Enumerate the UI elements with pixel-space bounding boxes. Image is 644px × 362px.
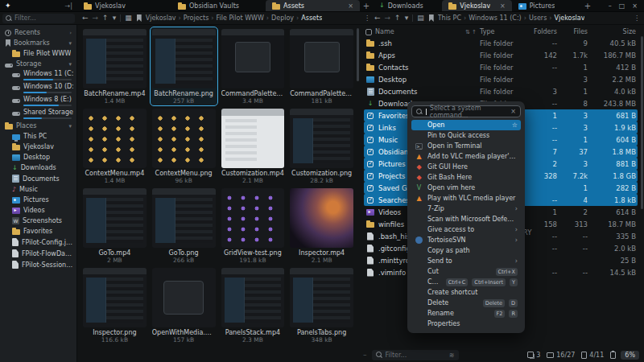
sidebar-item-documents[interactable]: Documents — [0, 173, 76, 184]
zoom-level-badge[interactable]: 6% — [621, 351, 639, 360]
sidebar-section-bookmarks[interactable]: Bookmarks▾ — [0, 38, 76, 48]
menu-item-copy-as-path[interactable]: Copy as path — [411, 245, 521, 256]
checked-checkbox[interactable] — [367, 149, 374, 155]
column-header-type[interactable]: Type — [480, 28, 526, 35]
menu-item-open-in-terminal[interactable]: >_Open in Terminal — [411, 141, 521, 151]
menu-item-pin-to-quick-access[interactable]: Pin to Quick access — [411, 130, 521, 141]
grid-item-contextmenu-png[interactable]: ContextMenu.png96 kB — [151, 107, 217, 185]
menu-item-git-bash-here[interactable]: ◆Git Bash Here — [411, 172, 521, 183]
row-desktop[interactable]: DesktopFile folder32.2 MB — [364, 73, 638, 85]
maximize-window-button[interactable]: □ — [619, 2, 625, 10]
resize-handle-icon[interactable]: – — [363, 352, 367, 359]
history-chevron-icon[interactable]: ▾ — [113, 14, 117, 22]
checked-checkbox[interactable] — [367, 161, 374, 167]
sidebar-item-favorites[interactable]: Favorites — [0, 226, 76, 237]
tab-downloads[interactable]: ↓Downloads — [373, 0, 442, 11]
close-icon[interactable]: × — [510, 108, 516, 115]
checked-checkbox[interactable] — [367, 173, 374, 179]
checked-checkbox[interactable] — [367, 137, 374, 143]
tab-close-icon[interactable]: × — [497, 2, 506, 10]
favorite-star-icon[interactable]: ☆ — [512, 121, 518, 129]
crumb-vjekoslav[interactable]: Vjekoslav — [146, 14, 176, 22]
checked-checkbox[interactable] — [367, 125, 374, 131]
sidebar-section-places[interactable]: Places▾ — [0, 121, 76, 131]
chevron-icon[interactable]: ▾ — [68, 123, 72, 130]
column-header-name[interactable]: Name ⇅ ↑ — [375, 28, 477, 35]
view-list-icon[interactable]: ▤ — [417, 14, 424, 22]
sidebar-item-downloads[interactable]: ↓Downloads — [0, 162, 76, 173]
minimize-window-button[interactable]: – — [609, 2, 612, 10]
sidebar-filter-input[interactable]: Filter... — [2, 14, 75, 23]
menu-item-give-access-to[interactable]: Give access to› — [411, 224, 521, 235]
sidebar-item-fpilot-session-json[interactable]: FPilot-Session.json — [0, 259, 76, 270]
menu-item-git-gui-here[interactable]: ◆Git GUI Here — [411, 162, 521, 172]
sidebar-section-storage[interactable]: Storage▾ — [0, 59, 76, 69]
tab-obsidian-vaults[interactable]: Obsidian Vaults — [171, 0, 266, 11]
view-grid-icon[interactable]: ▦ — [125, 14, 132, 22]
row-apps[interactable]: AppsFile folder1421.7k186.7 MB — [364, 49, 638, 61]
column-header-folders[interactable]: Folders — [530, 28, 557, 35]
crumb-windows-11-c[interactable]: Windows 11 (C:) — [469, 14, 522, 22]
list-filter-input[interactable]: Filter... ≋ — [372, 350, 459, 360]
collapse-sidebar-icon[interactable]: →| — [65, 2, 72, 10]
sidebar-item-fpilot-flowdata-json[interactable]: FPilot-FlowData.json — [0, 248, 76, 259]
row-ssh[interactable]: .sshFile folder--940.5 kB — [364, 37, 638, 49]
back-icon[interactable]: ← — [374, 14, 381, 22]
sidebar-item-this-pc[interactable]: This PC — [0, 131, 76, 142]
menu-item-7-zip[interactable]: 7-Zip› — [411, 204, 521, 214]
right-scrollbar[interactable] — [641, 36, 643, 209]
grid-item-commandpalette-png[interactable]: CommandPalette.png181 kB — [288, 27, 355, 105]
chevron-icon[interactable]: ▾ — [68, 61, 72, 68]
checked-checkbox[interactable] — [367, 113, 374, 119]
grid-item-commandpalette-mp4[interactable]: CommandPalette.mp43.4 MB — [220, 27, 287, 105]
row-documents[interactable]: DocumentsFile folder314.0 kB — [364, 85, 638, 97]
pane-options-icon[interactable]: ⋮ — [634, 14, 640, 22]
menu-item-rename[interactable]: RenameF2R — [411, 308, 521, 319]
menu-item-open[interactable]: Open☆ — [411, 120, 521, 130]
menu-item-play-with-vlc-media-player[interactable]: ▲Play with VLC media player — [411, 193, 521, 204]
crumb-deploy[interactable]: Deploy — [271, 14, 294, 22]
back-icon[interactable]: ← — [82, 14, 89, 22]
menu-item-copy[interactable]: CopyCtrl+CCtrl+InsertY — [411, 277, 521, 287]
bookmark-icon[interactable] — [137, 14, 142, 22]
sidebar-item-music[interactable]: ♪Music — [0, 184, 76, 195]
menu-item-create-shortcut[interactable]: Create shortcut — [411, 287, 521, 298]
sidebar-item-desktop[interactable]: Desktop — [0, 152, 76, 162]
crumb-users[interactable]: Users — [529, 14, 547, 22]
menu-item-send-to[interactable]: Send to› — [411, 256, 521, 266]
grid-item-goto-png[interactable]: GoTo.png266 kB — [151, 187, 217, 265]
sidebar-item-pictures[interactable]: Pictures — [0, 195, 76, 205]
sidebar-item-fpilot-config-json[interactable]: FPilot-Config.json — [0, 237, 76, 248]
grid-item-customization-mp4[interactable]: Customization.mp42.1 MB — [220, 107, 287, 185]
grid-item-customization-png[interactable]: Customization.png28.2 kB — [288, 107, 355, 185]
sidebar-item-shared-storage-f[interactable]: Shared Storage (F:) — [0, 108, 76, 121]
menu-item-tortoisesvn[interactable]: TortoiseSVN› — [411, 235, 521, 245]
crumb-file-pilot-www[interactable]: File Pilot WWW — [217, 14, 264, 22]
sidebar-item-file-pilot-www[interactable]: File Pilot WWW — [0, 48, 76, 59]
sort-icons[interactable]: ⇅ ↑ — [465, 29, 477, 35]
close-window-button[interactable]: × — [632, 2, 638, 10]
forward-icon[interactable]: → — [93, 14, 99, 22]
tab-vjekoslav[interactable]: Vjekoslav — [77, 0, 171, 11]
grid-item-panelstabs-png[interactable]: PanelsTabs.png348 kB — [288, 266, 355, 344]
menu-item-cut[interactable]: CutCtrl+X — [411, 266, 521, 277]
select-all-checkbox[interactable] — [365, 29, 372, 35]
crumb-assets[interactable]: Assets — [301, 14, 322, 22]
filter-options-icon[interactable]: ≋ — [449, 352, 455, 359]
bookmark-icon[interactable] — [429, 14, 434, 22]
tab-close-icon[interactable]: × — [345, 2, 353, 10]
up-icon[interactable]: ↑ — [394, 14, 401, 22]
new-tab-button-right[interactable]: + — [581, 0, 594, 11]
sidebar-item-screenshots[interactable]: WScreenshots — [0, 216, 76, 226]
menu-item-scan-with-microsoft-defender[interactable]: Scan with Microsoft Defender... — [411, 214, 521, 224]
left-scrollbar[interactable] — [357, 28, 359, 81]
sidebar-item-vjekoslav[interactable]: Vjekoslav — [0, 142, 76, 152]
sidebar-item-windows-10-d[interactable]: Windows 10 (D:) — [0, 82, 76, 95]
menu-item-properties[interactable]: Properties — [411, 319, 521, 329]
up-icon[interactable]: ↑ — [102, 14, 109, 22]
grid-item-goto-mp4[interactable]: GoTo.mp42 MB — [81, 187, 148, 265]
sidebar-item-windows-11-c[interactable]: Windows 11 (C:) — [0, 69, 76, 82]
tab-vjekoslav[interactable]: Vjekoslav× — [442, 0, 511, 11]
command-search-input[interactable]: Select a system command... × — [411, 105, 521, 117]
crumb-projects[interactable]: Projects — [184, 14, 209, 22]
